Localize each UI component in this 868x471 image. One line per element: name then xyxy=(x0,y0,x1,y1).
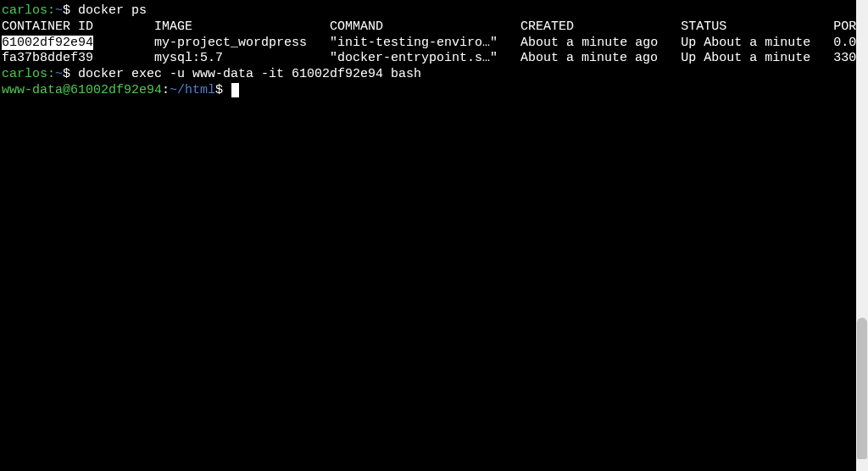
container-id-highlighted[interactable]: 61002df92e94 xyxy=(2,36,93,50)
colon: : xyxy=(162,83,170,97)
prompt-dollar: $ xyxy=(63,3,78,18)
container-cwd: ~/html xyxy=(170,83,215,97)
scrollbar-thumb[interactable] xyxy=(857,318,867,462)
docker-ps-row-2: fa37b8ddef39 mysql:5.7 "docker-entrypoin… xyxy=(2,51,868,67)
cwd-tilde: ~ xyxy=(55,3,63,18)
docker-ps-row-1: 61002df92e94 my-project_wordpress "init-… xyxy=(2,36,868,52)
scrollbar-down-arrow-icon[interactable] xyxy=(856,459,868,471)
docker-ps-header: CONTAINER ID IMAGE COMMAND CREATED STATU… xyxy=(2,19,868,36)
prompt-line-1: carlos:~$ docker ps xyxy=(2,3,868,19)
command-text: docker exec -u www-data -it 61002df92e94… xyxy=(78,67,421,81)
host-label: carlos: xyxy=(2,3,55,18)
command-text: docker ps xyxy=(78,3,147,18)
prompt-dollar: $ xyxy=(215,83,231,97)
scrollbar-up-arrow-icon[interactable] xyxy=(856,0,868,12)
prompt-line-2: carlos:~$ docker exec -u www-data -it 61… xyxy=(2,67,868,83)
host-label: carlos: xyxy=(2,67,55,81)
cwd-tilde: ~ xyxy=(55,67,63,81)
docker-ps-row-1-rest: my-project_wordpress "init-testing-envir… xyxy=(93,36,868,50)
prompt-dollar: $ xyxy=(63,67,78,81)
cursor-icon xyxy=(231,83,239,97)
container-prompt-line[interactable]: www-data@61002df92e94:~/html$ xyxy=(2,83,868,99)
container-user-host: www-data@61002df92e94 xyxy=(2,83,162,97)
scrollbar[interactable] xyxy=(856,0,868,471)
